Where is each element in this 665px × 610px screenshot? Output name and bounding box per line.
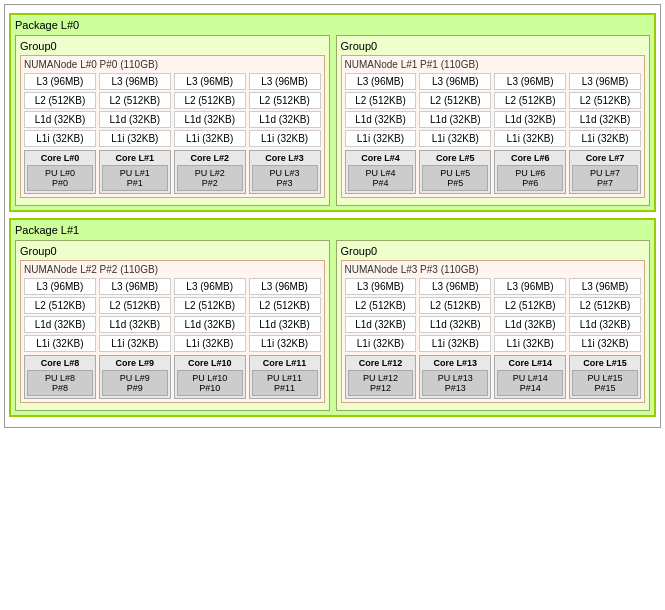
cache-cell-l1d-0-1-3: L1d (32KB) (569, 111, 641, 128)
cache-cell-l3-0-1-0: L3 (96MB) (345, 73, 417, 90)
core-label-1-0-2: Core L#10 (177, 358, 243, 368)
pu-box-1-0-3: PU L#11P#11 (252, 370, 318, 396)
core-label-0-1-1: Core L#5 (422, 153, 488, 163)
cores-row-0-1: Core L#4PU L#4P#4Core L#5PU L#5P#5Core L… (345, 150, 642, 194)
cache-cell-l2-1-1-0: L2 (512KB) (345, 297, 417, 314)
numa-node-1-1: NUMANode L#3 P#3 (110GB)L3 (96MB)L3 (96M… (341, 260, 646, 403)
cache-cell-l3-1-0-0: L3 (96MB) (24, 278, 96, 295)
core-box-1-0-1: Core L#9PU L#9P#9 (99, 355, 171, 399)
cache-cell-l1d-1-0-2: L1d (32KB) (174, 316, 246, 333)
machine-container: Package L#0Group0NUMANode L#0 P#0 (110GB… (4, 4, 661, 428)
cache-cell-l2-1-0-3: L2 (512KB) (249, 297, 321, 314)
group-label-1-1: Group0 (341, 245, 646, 257)
cache-cell-l2-1-0-2: L2 (512KB) (174, 297, 246, 314)
core-label-1-0-0: Core L#8 (27, 358, 93, 368)
group-label-0-0: Group0 (20, 40, 325, 52)
cache-cell-l3-0-0-2: L3 (96MB) (174, 73, 246, 90)
pu-box-1-1-0: PU L#12P#12 (348, 370, 414, 396)
cache-row-l1i-1-0: L1i (32KB)L1i (32KB)L1i (32KB)L1i (32KB) (24, 335, 321, 352)
core-box-1-1-3: Core L#15PU L#15P#15 (569, 355, 641, 399)
pu-box-0-1-3: PU L#7P#7 (572, 165, 638, 191)
cache-cell-l1d-0-1-1: L1d (32KB) (419, 111, 491, 128)
cache-cell-l1d-1-1-0: L1d (32KB) (345, 316, 417, 333)
cache-cell-l1d-0-1-0: L1d (32KB) (345, 111, 417, 128)
cores-row-1-0: Core L#8PU L#8P#8Core L#9PU L#9P#9Core L… (24, 355, 321, 399)
cache-cell-l2-0-0-3: L2 (512KB) (249, 92, 321, 109)
cache-cell-l1i-0-0-3: L1i (32KB) (249, 130, 321, 147)
cache-row-l3-0-0: L3 (96MB)L3 (96MB)L3 (96MB)L3 (96MB) (24, 73, 321, 90)
cache-cell-l1i-0-1-0: L1i (32KB) (345, 130, 417, 147)
numa-label-0-0: NUMANode L#0 P#0 (110GB) (24, 59, 321, 70)
core-label-1-1-3: Core L#15 (572, 358, 638, 368)
cache-cell-l1d-0-0-2: L1d (32KB) (174, 111, 246, 128)
pu-box-1-0-0: PU L#8P#8 (27, 370, 93, 396)
cache-cell-l1i-1-1-0: L1i (32KB) (345, 335, 417, 352)
core-label-0-0-3: Core L#3 (252, 153, 318, 163)
cache-cell-l1i-1-0-0: L1i (32KB) (24, 335, 96, 352)
cache-cell-l1d-1-0-1: L1d (32KB) (99, 316, 171, 333)
core-label-1-0-3: Core L#11 (252, 358, 318, 368)
cache-row-l1d-1-1: L1d (32KB)L1d (32KB)L1d (32KB)L1d (32KB) (345, 316, 642, 333)
pu-box-1-0-2: PU L#10P#10 (177, 370, 243, 396)
cache-row-l2-0-1: L2 (512KB)L2 (512KB)L2 (512KB)L2 (512KB) (345, 92, 642, 109)
core-box-1-0-2: Core L#10PU L#10P#10 (174, 355, 246, 399)
cache-cell-l1i-1-0-1: L1i (32KB) (99, 335, 171, 352)
cache-cell-l3-0-1-2: L3 (96MB) (494, 73, 566, 90)
pu-box-1-0-1: PU L#9P#9 (102, 370, 168, 396)
group-0-1: Group0NUMANode L#1 P#1 (110GB)L3 (96MB)L… (336, 35, 651, 206)
core-box-0-0-2: Core L#2PU L#2P#2 (174, 150, 246, 194)
cache-cell-l2-1-0-1: L2 (512KB) (99, 297, 171, 314)
cache-cell-l1d-0-0-3: L1d (32KB) (249, 111, 321, 128)
core-box-1-1-0: Core L#12PU L#12P#12 (345, 355, 417, 399)
pu-box-0-0-0: PU L#0P#0 (27, 165, 93, 191)
cache-cell-l1i-0-1-2: L1i (32KB) (494, 130, 566, 147)
core-label-0-0-1: Core L#1 (102, 153, 168, 163)
cache-cell-l1d-1-1-3: L1d (32KB) (569, 316, 641, 333)
cache-row-l1i-0-1: L1i (32KB)L1i (32KB)L1i (32KB)L1i (32KB) (345, 130, 642, 147)
group-0-0: Group0NUMANode L#0 P#0 (110GB)L3 (96MB)L… (15, 35, 330, 206)
core-label-0-0-0: Core L#0 (27, 153, 93, 163)
pu-box-0-1-1: PU L#5P#5 (422, 165, 488, 191)
core-box-1-0-3: Core L#11PU L#11P#11 (249, 355, 321, 399)
core-box-0-1-3: Core L#7PU L#7P#7 (569, 150, 641, 194)
cache-cell-l3-1-1-3: L3 (96MB) (569, 278, 641, 295)
cache-cell-l1d-1-1-2: L1d (32KB) (494, 316, 566, 333)
cache-row-l1d-0-1: L1d (32KB)L1d (32KB)L1d (32KB)L1d (32KB) (345, 111, 642, 128)
pu-box-0-0-2: PU L#2P#2 (177, 165, 243, 191)
core-box-0-0-0: Core L#0PU L#0P#0 (24, 150, 96, 194)
cache-cell-l1i-0-1-1: L1i (32KB) (419, 130, 491, 147)
core-box-1-0-0: Core L#8PU L#8P#8 (24, 355, 96, 399)
cache-cell-l3-1-1-0: L3 (96MB) (345, 278, 417, 295)
cache-cell-l3-1-0-1: L3 (96MB) (99, 278, 171, 295)
cache-cell-l2-0-1-0: L2 (512KB) (345, 92, 417, 109)
cache-cell-l3-0-1-3: L3 (96MB) (569, 73, 641, 90)
cache-cell-l1i-0-0-1: L1i (32KB) (99, 130, 171, 147)
cache-cell-l2-0-0-0: L2 (512KB) (24, 92, 96, 109)
cache-cell-l3-1-1-2: L3 (96MB) (494, 278, 566, 295)
cache-cell-l3-0-0-1: L3 (96MB) (99, 73, 171, 90)
cache-cell-l3-0-0-0: L3 (96MB) (24, 73, 96, 90)
cache-cell-l1i-0-0-2: L1i (32KB) (174, 130, 246, 147)
pu-box-0-1-2: PU L#6P#6 (497, 165, 563, 191)
group-1-0: Group0NUMANode L#2 P#2 (110GB)L3 (96MB)L… (15, 240, 330, 411)
core-label-0-0-2: Core L#2 (177, 153, 243, 163)
cache-row-l1d-0-0: L1d (32KB)L1d (32KB)L1d (32KB)L1d (32KB) (24, 111, 321, 128)
package-groups-1: Group0NUMANode L#2 P#2 (110GB)L3 (96MB)L… (15, 240, 650, 411)
numa-label-1-0: NUMANode L#2 P#2 (110GB) (24, 264, 321, 275)
numa-label-0-1: NUMANode L#1 P#1 (110GB) (345, 59, 642, 70)
cache-cell-l1d-1-1-1: L1d (32KB) (419, 316, 491, 333)
cache-row-l1i-0-0: L1i (32KB)L1i (32KB)L1i (32KB)L1i (32KB) (24, 130, 321, 147)
core-box-0-1-1: Core L#5PU L#5P#5 (419, 150, 491, 194)
package-groups-0: Group0NUMANode L#0 P#0 (110GB)L3 (96MB)L… (15, 35, 650, 206)
core-label-1-0-1: Core L#9 (102, 358, 168, 368)
cache-cell-l1d-0-1-2: L1d (32KB) (494, 111, 566, 128)
pu-box-0-0-1: PU L#1P#1 (102, 165, 168, 191)
package-label-0: Package L#0 (15, 19, 650, 31)
cache-row-l3-1-1: L3 (96MB)L3 (96MB)L3 (96MB)L3 (96MB) (345, 278, 642, 295)
core-box-0-1-2: Core L#6PU L#6P#6 (494, 150, 566, 194)
core-label-1-1-2: Core L#14 (497, 358, 563, 368)
core-label-0-1-3: Core L#7 (572, 153, 638, 163)
package-label-1: Package L#1 (15, 224, 650, 236)
cache-cell-l1d-1-0-3: L1d (32KB) (249, 316, 321, 333)
cache-cell-l2-1-1-3: L2 (512KB) (569, 297, 641, 314)
